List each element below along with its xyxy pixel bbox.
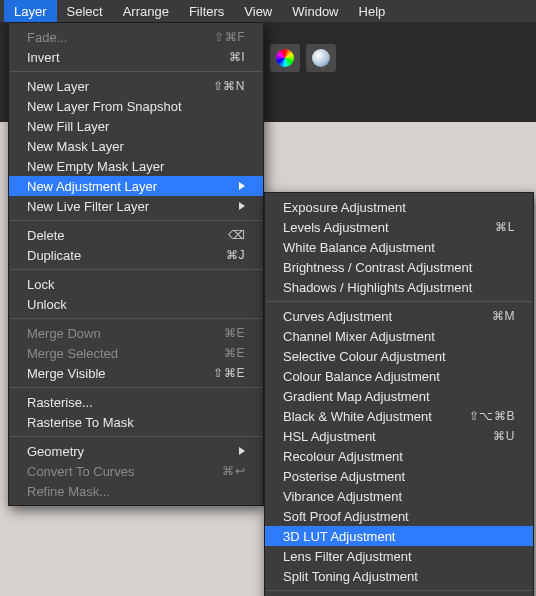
separator — [10, 318, 262, 319]
adjustment-item-soft-proof-adjustment[interactable]: Soft Proof Adjustment — [265, 506, 533, 526]
menu-item-label: Black & White Adjustment — [283, 409, 469, 424]
submenu-arrow-icon — [239, 447, 245, 455]
adjustment-item-curves-adjustment[interactable]: Curves Adjustment⌘M — [265, 306, 533, 326]
menu-item-label: Merge Selected — [27, 346, 205, 361]
layer-menu-item-merge-down: Merge Down⌘E — [9, 323, 263, 343]
adjustment-item-3d-lut-adjustment[interactable]: 3D LUT Adjustment — [265, 526, 533, 546]
menu-item-label: Recolour Adjustment — [283, 449, 515, 464]
menu-item-label: Soft Proof Adjustment — [283, 509, 515, 524]
menu-item-shortcut: ⌫ — [205, 228, 245, 242]
menu-item-label: White Balance Adjustment — [283, 240, 515, 255]
layer-menu: Fade...⇧⌘FInvert⌘INew Layer⇧⌘NNew Layer … — [8, 22, 264, 506]
menubar-item-layer[interactable]: Layer — [4, 0, 57, 22]
menubar-item-window[interactable]: Window — [282, 0, 348, 22]
layer-menu-item-new-empty-mask-layer[interactable]: New Empty Mask Layer — [9, 156, 263, 176]
layer-menu-item-invert[interactable]: Invert⌘I — [9, 47, 263, 67]
menu-item-label: Exposure Adjustment — [283, 200, 515, 215]
menu-item-label: Levels Adjustment — [283, 220, 475, 235]
menu-item-label: Merge Down — [27, 326, 205, 341]
menu-item-label: New Layer From Snapshot — [27, 99, 245, 114]
menu-item-label: Lock — [27, 277, 245, 292]
menu-item-shortcut: ⌘E — [205, 326, 245, 340]
menu-item-label: Invert — [27, 50, 205, 65]
adjustment-item-channel-mixer-adjustment[interactable]: Channel Mixer Adjustment — [265, 326, 533, 346]
separator — [10, 387, 262, 388]
menu-item-label: HSL Adjustment — [283, 429, 475, 444]
menu-item-label: New Empty Mask Layer — [27, 159, 245, 174]
menu-item-shortcut: ⇧⌘N — [205, 79, 245, 93]
menu-item-label: Selective Colour Adjustment — [283, 349, 515, 364]
adjustment-item-levels-adjustment[interactable]: Levels Adjustment⌘L — [265, 217, 533, 237]
adjustment-item-colour-balance-adjustment[interactable]: Colour Balance Adjustment — [265, 366, 533, 386]
layer-menu-item-delete[interactable]: Delete⌫ — [9, 225, 263, 245]
separator — [10, 436, 262, 437]
menubar: LayerSelectArrangeFiltersViewWindowHelp — [0, 0, 536, 22]
menu-item-label: Shadows / Highlights Adjustment — [283, 280, 515, 295]
menu-item-shortcut: ⌘M — [475, 309, 515, 323]
gradient-swatch-icon[interactable] — [270, 44, 300, 72]
menu-item-label: Posterise Adjustment — [283, 469, 515, 484]
menubar-item-select[interactable]: Select — [57, 0, 113, 22]
menu-item-label: Lens Filter Adjustment — [283, 549, 515, 564]
adjustment-item-gradient-map-adjustment[interactable]: Gradient Map Adjustment — [265, 386, 533, 406]
menu-item-label: Rasterise To Mask — [27, 415, 245, 430]
layer-menu-item-new-layer[interactable]: New Layer⇧⌘N — [9, 76, 263, 96]
layer-menu-item-new-mask-layer[interactable]: New Mask Layer — [9, 136, 263, 156]
new-adjustment-layer-submenu: Exposure AdjustmentLevels Adjustment⌘LWh… — [264, 192, 534, 596]
adjustment-item-black-white-adjustment[interactable]: Black & White Adjustment⇧⌥⌘B — [265, 406, 533, 426]
layer-menu-item-geometry[interactable]: Geometry — [9, 441, 263, 461]
sphere-swatch-icon[interactable] — [306, 44, 336, 72]
menu-item-label: Fade... — [27, 30, 205, 45]
menu-item-shortcut: ⌘↩ — [205, 464, 245, 478]
layer-menu-item-convert-to-curves: Convert To Curves⌘↩ — [9, 461, 263, 481]
layer-menu-item-fade: Fade...⇧⌘F — [9, 27, 263, 47]
menu-item-label: Geometry — [27, 444, 233, 459]
adjustment-item-vibrance-adjustment[interactable]: Vibrance Adjustment — [265, 486, 533, 506]
layer-menu-item-new-fill-layer[interactable]: New Fill Layer — [9, 116, 263, 136]
adjustment-item-shadows-highlights-adjustment[interactable]: Shadows / Highlights Adjustment — [265, 277, 533, 297]
menubar-item-arrange[interactable]: Arrange — [113, 0, 179, 22]
menu-item-shortcut: ⇧⌘E — [205, 366, 245, 380]
adjustment-item-selective-colour-adjustment[interactable]: Selective Colour Adjustment — [265, 346, 533, 366]
separator — [266, 590, 532, 591]
layer-menu-item-merge-visible[interactable]: Merge Visible⇧⌘E — [9, 363, 263, 383]
adjustment-item-white-balance-adjustment[interactable]: White Balance Adjustment — [265, 237, 533, 257]
adjustment-item-recolour-adjustment[interactable]: Recolour Adjustment — [265, 446, 533, 466]
layer-menu-item-rasterise-to-mask[interactable]: Rasterise To Mask — [9, 412, 263, 432]
menu-item-shortcut: ⌘L — [475, 220, 515, 234]
separator — [10, 71, 262, 72]
menu-item-shortcut: ⇧⌘F — [205, 30, 245, 44]
layer-menu-item-refine-mask: Refine Mask... — [9, 481, 263, 501]
adjustment-item-posterise-adjustment[interactable]: Posterise Adjustment — [265, 466, 533, 486]
menubar-item-view[interactable]: View — [234, 0, 282, 22]
submenu-arrow-icon — [239, 202, 245, 210]
layer-menu-item-new-live-filter-layer[interactable]: New Live Filter Layer — [9, 196, 263, 216]
menu-item-label: Split Toning Adjustment — [283, 569, 515, 584]
layer-menu-item-lock[interactable]: Lock — [9, 274, 263, 294]
menu-item-label: New Fill Layer — [27, 119, 245, 134]
layer-menu-item-new-adjustment-layer[interactable]: New Adjustment Layer — [9, 176, 263, 196]
separator — [10, 220, 262, 221]
adjustment-item-brightness-contrast-adjustment[interactable]: Brightness / Contrast Adjustment — [265, 257, 533, 277]
menu-item-shortcut: ⇧⌥⌘B — [469, 409, 515, 423]
menu-item-shortcut: ⌘J — [205, 248, 245, 262]
adjustment-item-exposure-adjustment[interactable]: Exposure Adjustment — [265, 197, 533, 217]
layer-menu-item-unlock[interactable]: Unlock — [9, 294, 263, 314]
layer-menu-item-rasterise[interactable]: Rasterise... — [9, 392, 263, 412]
adjustment-item-lens-filter-adjustment[interactable]: Lens Filter Adjustment — [265, 546, 533, 566]
menu-item-label: Refine Mask... — [27, 484, 245, 499]
layer-menu-item-new-layer-from-snapshot[interactable]: New Layer From Snapshot — [9, 96, 263, 116]
menu-item-label: Rasterise... — [27, 395, 245, 410]
layer-menu-item-merge-selected: Merge Selected⌘E — [9, 343, 263, 363]
menu-item-label: New Layer — [27, 79, 205, 94]
adjustment-item-split-toning-adjustment[interactable]: Split Toning Adjustment — [265, 566, 533, 586]
menubar-item-filters[interactable]: Filters — [179, 0, 234, 22]
menu-item-label: Delete — [27, 228, 205, 243]
menubar-item-help[interactable]: Help — [349, 0, 396, 22]
layer-menu-item-duplicate[interactable]: Duplicate⌘J — [9, 245, 263, 265]
menu-item-label: Duplicate — [27, 248, 205, 263]
menu-item-label: Colour Balance Adjustment — [283, 369, 515, 384]
adjustment-item-hsl-adjustment[interactable]: HSL Adjustment⌘U — [265, 426, 533, 446]
menu-item-label: Gradient Map Adjustment — [283, 389, 515, 404]
menu-item-label: Vibrance Adjustment — [283, 489, 515, 504]
